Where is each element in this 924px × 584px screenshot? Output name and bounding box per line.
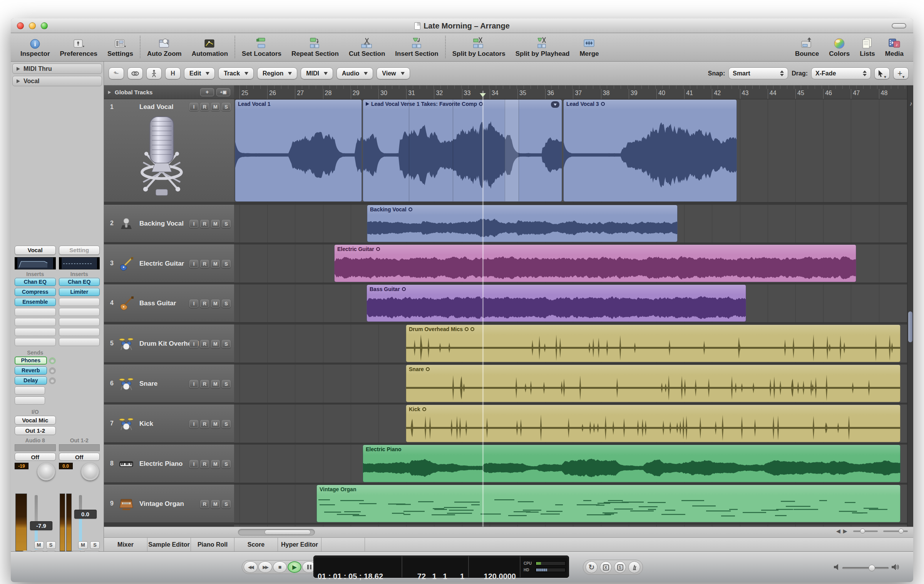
track-name[interactable]: Electric Piano	[139, 460, 182, 468]
lists-button[interactable]: Lists	[855, 35, 880, 58]
inspector-button[interactable]: iInspector	[15, 35, 55, 58]
stop-icon[interactable]: ■	[273, 561, 287, 573]
region-lead-vocal-1[interactable]: Lead Vocal 1	[235, 99, 362, 202]
track-name[interactable]: Vintage Organ	[139, 500, 184, 508]
catch-playhead-icon[interactable]	[146, 67, 162, 79]
menu-view[interactable]: View	[377, 67, 410, 79]
title-bar[interactable]: Late Morning – Arrange	[11, 18, 913, 33]
send-slot-phones[interactable]: Phones	[15, 356, 47, 365]
region-drum-overhead-mics[interactable]: Drum Overhead Mics	[406, 325, 901, 362]
back-arrow-icon[interactable]: ⬑	[109, 67, 124, 79]
pointer-tool-icon[interactable]: ▾	[874, 67, 890, 79]
input-monitor-button[interactable]: I	[189, 420, 198, 428]
insert-slot-empty[interactable]	[59, 298, 100, 306]
solo-button[interactable]: S	[222, 500, 231, 508]
send-level-knob[interactable]	[49, 377, 56, 384]
merge-button[interactable]: Merge	[574, 35, 604, 58]
track-header-snare[interactable]: 6SnareIRMS	[104, 365, 234, 403]
channel-setting-button[interactable]: Vocal	[15, 246, 56, 255]
track-header-drum-kit-overhead[interactable]: 5Drum Kit OverheadIRMS	[104, 325, 234, 363]
track-name[interactable]: Bass Guitar	[139, 300, 176, 307]
solo-button[interactable]: S	[222, 220, 231, 228]
mute-button[interactable]: M	[211, 420, 220, 428]
scroll-arrows[interactable]: ◀ ▶	[836, 528, 848, 534]
rewind-icon[interactable]: ◀◀	[244, 561, 258, 573]
eq-thumbnail-display[interactable]	[59, 257, 100, 269]
volume-slider-thumb[interactable]	[869, 565, 875, 571]
insert-slot-chan-eq[interactable]: Chan EQ	[59, 278, 100, 286]
bypass-off-button[interactable]: Off	[59, 453, 100, 461]
toolbar-toggle-button[interactable]	[892, 23, 906, 28]
track-header-kick[interactable]: 7KickIRMS	[104, 405, 234, 443]
horizontal-zoom-slider[interactable]	[853, 530, 878, 532]
insert-section-button[interactable]: Insert Section	[390, 35, 443, 58]
media-button[interactable]: ♪Media	[880, 35, 909, 58]
bypass-off-button[interactable]: Off	[15, 453, 56, 461]
snap-dropdown[interactable]: Smart	[728, 67, 788, 79]
pencil-tool-icon[interactable]: +▾	[893, 67, 909, 79]
solo-button[interactable]: S	[90, 541, 100, 549]
input-monitor-button[interactable]: I	[189, 340, 198, 348]
input-monitor-button[interactable]: I	[189, 220, 198, 228]
hierarchy-h-button[interactable]: H	[165, 67, 181, 79]
mute-button[interactable]: M	[211, 220, 220, 228]
input-monitor-button[interactable]: I	[189, 260, 198, 268]
colors-button[interactable]: Colors	[824, 35, 855, 58]
arrange-canvas[interactable]: 2526272829303132333435363738394041424344…	[234, 85, 913, 527]
mute-button[interactable]: M	[211, 380, 220, 388]
track-header-lead-vocal[interactable]: 1Lead VocalIRMS	[104, 99, 234, 202]
send-level-knob[interactable]	[49, 357, 56, 364]
insert-slot-empty[interactable]	[59, 308, 100, 316]
mute-button[interactable]: M	[211, 300, 220, 308]
mute-button[interactable]: M	[211, 103, 220, 111]
insert-slot-ensemble[interactable]: Ensemble	[15, 298, 56, 306]
cut-section-button[interactable]: Cut Section	[344, 35, 390, 58]
record-enable-button[interactable]: R	[200, 300, 209, 308]
split-by-locators-button[interactable]: Split by Locators	[447, 35, 511, 58]
region-vintage-organ[interactable]: Vintage Organ	[316, 485, 901, 522]
insert-slot-empty[interactable]	[15, 318, 56, 326]
solo-button[interactable]: S	[222, 340, 231, 348]
output-button[interactable]: Out 1-2	[15, 426, 56, 435]
position-display[interactable]: 01 : 01 : 05 ; 18.62 33 4 2 1	[314, 556, 402, 577]
track-header-vintage-organ[interactable]: 9Vintage OrganRMS	[104, 485, 234, 523]
pan-knob[interactable]	[81, 463, 99, 480]
mute-button[interactable]: M	[211, 500, 220, 508]
global-tracks-header[interactable]: Global Tracks++▣	[104, 85, 234, 99]
solo-button[interactable]: S	[222, 420, 231, 428]
solo-button[interactable]: S	[222, 103, 231, 111]
inspector-section-vocal[interactable]: Vocal	[12, 76, 102, 86]
send-slot-delay[interactable]: Delay	[15, 377, 47, 385]
add-track-button[interactable]: +	[200, 88, 214, 96]
play-icon[interactable]: ▶	[288, 561, 301, 573]
menu-audio[interactable]: Audio	[336, 67, 373, 79]
region-backing-vocal[interactable]: Backing Vocal	[367, 205, 678, 242]
insert-slot-limiter[interactable]: Limiter	[59, 288, 100, 296]
send-level-knob[interactable]	[49, 367, 56, 374]
bounce-button[interactable]: Bounce	[790, 35, 824, 58]
metronome-icon[interactable]	[628, 561, 640, 573]
tempo-display[interactable]: 120.0000 553	[468, 556, 520, 577]
insert-slot-empty[interactable]	[59, 328, 100, 336]
transport-lcd[interactable]: 01 : 01 : 05 ; 18.62 33 4 2 1 72 1 1 1 7…	[313, 556, 569, 578]
settings-button[interactable]: Settings	[102, 35, 138, 58]
pan-knob[interactable]	[37, 463, 55, 480]
record-enable-button[interactable]: R	[200, 340, 209, 348]
solo-button[interactable]: S	[222, 380, 231, 388]
vertical-zoom-slider[interactable]	[883, 530, 908, 532]
mute-button[interactable]: M	[211, 260, 220, 268]
input-monitor-button[interactable]: I	[189, 460, 198, 468]
input-monitor-button[interactable]: I	[189, 380, 198, 388]
autopunch-icon[interactable]: X	[600, 561, 612, 573]
record-enable-button[interactable]: R	[200, 420, 209, 428]
tab-piano-roll[interactable]: Piano Roll	[191, 538, 234, 551]
send-slot-empty[interactable]	[15, 387, 45, 395]
drag-dropdown[interactable]: X-Fade	[811, 67, 871, 79]
track-name[interactable]: Backing Vocal	[139, 220, 184, 228]
record-enable-button[interactable]: R	[200, 380, 209, 388]
repeat-section-button[interactable]: Repeat Section	[286, 35, 344, 58]
auto-zoom-button[interactable]: Auto Zoom	[142, 35, 187, 58]
eq-thumbnail-display[interactable]	[15, 257, 56, 269]
mute-button[interactable]: M	[211, 340, 220, 348]
fader-value[interactable]: 0.0	[74, 510, 97, 519]
